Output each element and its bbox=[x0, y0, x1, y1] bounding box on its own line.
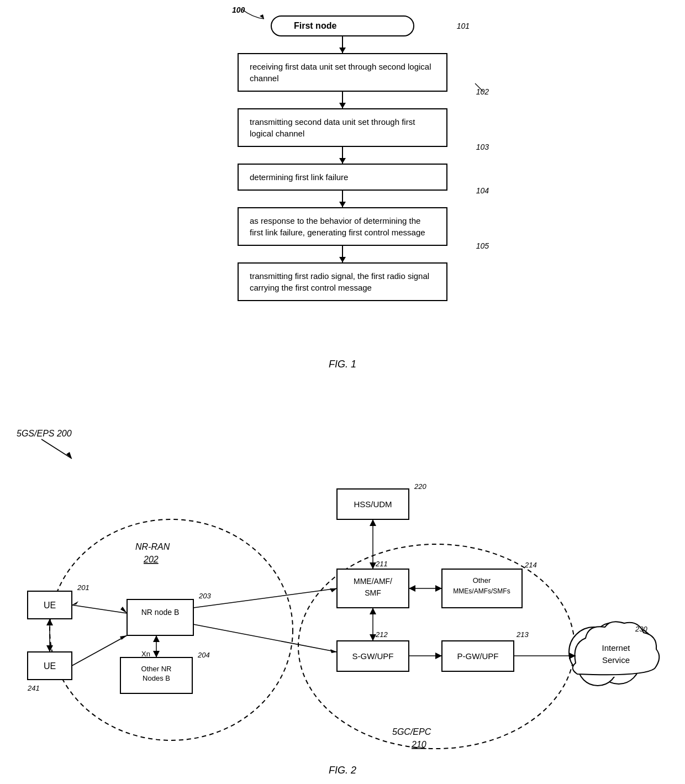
svg-line-49 bbox=[72, 605, 127, 613]
svg-marker-65 bbox=[370, 519, 376, 526]
svg-marker-72 bbox=[435, 585, 442, 592]
fig2-container: 5GS/EPS 200 NR-RAN 202 5GC/EPC 210 UE 20… bbox=[0, 392, 685, 779]
step-106-box: transmitting first radio signal, the fir… bbox=[238, 262, 447, 301]
ref-101: 101 bbox=[457, 22, 470, 30]
svg-text:204: 204 bbox=[197, 651, 210, 659]
svg-text:Other NR: Other NR bbox=[141, 665, 172, 673]
flowchart: 100 First node 101 receiving first data … bbox=[204, 6, 481, 301]
arrow-4 bbox=[342, 191, 343, 207]
ref-104: 104 bbox=[476, 186, 489, 195]
svg-text:220: 220 bbox=[414, 482, 426, 491]
svg-text:213: 213 bbox=[516, 630, 529, 639]
svg-text:P-GW/UPF: P-GW/UPF bbox=[457, 651, 499, 661]
svg-rect-15 bbox=[127, 599, 193, 635]
svg-marker-68 bbox=[370, 608, 376, 614]
fig1-label: FIG. 1 bbox=[329, 359, 356, 370]
svg-line-52 bbox=[72, 635, 127, 666]
svg-text:Other: Other bbox=[473, 576, 491, 585]
fig2-svg: 5GS/EPS 200 NR-RAN 202 5GC/EPC 210 UE 20… bbox=[0, 392, 685, 768]
svg-line-60 bbox=[193, 588, 337, 608]
arrow-3 bbox=[342, 147, 343, 164]
arrow-5 bbox=[342, 246, 343, 262]
svg-marker-63 bbox=[330, 649, 337, 653]
svg-text:Nodes B: Nodes B bbox=[143, 674, 170, 682]
ref-105: 105 bbox=[476, 241, 489, 250]
fig2-label: FIG. 2 bbox=[329, 765, 356, 776]
svg-text:230: 230 bbox=[635, 625, 647, 633]
svg-marker-55 bbox=[46, 619, 53, 625]
svg-marker-71 bbox=[409, 585, 415, 592]
svg-text:Internet: Internet bbox=[602, 643, 631, 653]
svg-line-62 bbox=[193, 624, 337, 652]
svg-marker-59 bbox=[153, 651, 160, 657]
svg-text:201: 201 bbox=[77, 583, 89, 592]
svg-text:212: 212 bbox=[375, 630, 388, 639]
svg-text:MMEs/AMFs/SMFs: MMEs/AMFs/SMFs bbox=[453, 587, 510, 595]
svg-text:MME/AMF/: MME/AMF/ bbox=[354, 577, 392, 586]
ref-102-arrow bbox=[472, 81, 489, 94]
arrow-2 bbox=[342, 92, 343, 108]
arrow-1 bbox=[342, 36, 343, 53]
svg-text:HSS/UDM: HSS/UDM bbox=[354, 499, 392, 509]
first-node-pill: First node bbox=[271, 15, 414, 36]
svg-text:SMF: SMF bbox=[365, 588, 381, 597]
svg-text:241: 241 bbox=[27, 684, 40, 692]
svg-text:UE: UE bbox=[44, 601, 56, 610]
system-label: 5GS/EPS 200 bbox=[17, 429, 72, 438]
svg-marker-61 bbox=[330, 588, 337, 592]
svg-text:202: 202 bbox=[143, 555, 159, 564]
internet-service-cloud: Internet Service 230 bbox=[569, 622, 659, 686]
svg-marker-51 bbox=[72, 601, 78, 605]
step-105-box: as response to the behavior of determini… bbox=[238, 207, 447, 246]
svg-text:211: 211 bbox=[375, 560, 388, 568]
svg-text:Xn: Xn bbox=[141, 650, 150, 658]
svg-text:Service: Service bbox=[602, 655, 630, 665]
svg-text:210: 210 bbox=[411, 740, 426, 749]
step-104-box: determining first link failure bbox=[238, 164, 447, 191]
step-103-box: transmitting second data unit set throug… bbox=[238, 108, 447, 147]
svg-text:NR node B: NR node B bbox=[141, 608, 179, 617]
svg-text:203: 203 bbox=[198, 592, 211, 600]
step-102-box: receiving first data unit set through se… bbox=[238, 53, 447, 92]
svg-text:NR-RAN: NR-RAN bbox=[135, 542, 170, 551]
svg-text:5GC/EPC: 5GC/EPC bbox=[392, 727, 431, 736]
svg-text:S-GW/UPF: S-GW/UPF bbox=[352, 651, 394, 661]
svg-text:214: 214 bbox=[524, 561, 537, 569]
svg-line-1 bbox=[41, 439, 72, 459]
fig1-container: 100 First node 101 receiving first data … bbox=[0, 0, 685, 387]
svg-marker-74 bbox=[435, 653, 442, 659]
ref-103: 103 bbox=[476, 143, 489, 151]
svg-text:UE: UE bbox=[44, 661, 56, 671]
svg-marker-58 bbox=[153, 635, 160, 642]
